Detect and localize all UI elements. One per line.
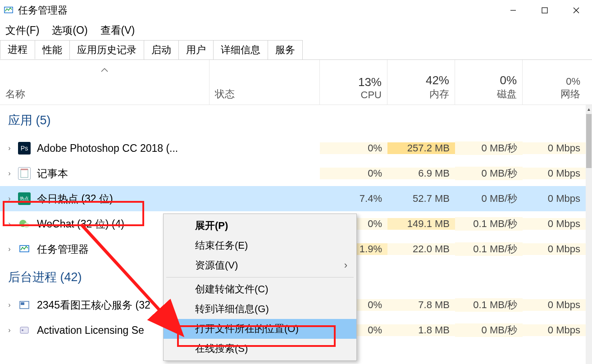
header-name[interactable]: 名称 (0, 60, 209, 105)
svg-rect-5 (21, 169, 28, 177)
task-manager-proc-icon (18, 243, 31, 255)
cpu-cell: 7.4% (320, 193, 387, 205)
table-row[interactable]: › 记事本 0% 6.9 MB 0 MB/秒 0 Mbps (0, 161, 586, 186)
vertical-scrollbar[interactable]: ▲ (586, 105, 592, 364)
cm-resource-values[interactable]: 资源值(V) › (164, 255, 356, 275)
cpu-cell: 0% (320, 142, 387, 154)
tab-startup[interactable]: 启动 (144, 40, 179, 59)
context-menu: 展开(P) 结束任务(E) 资源值(V) › 创建转储文件(C) 转到详细信息(… (163, 214, 357, 361)
cm-label: 在线搜索(S) (195, 342, 248, 355)
disk-cell: 0 MB/秒 (455, 167, 523, 180)
tab-users[interactable]: 用户 (178, 40, 214, 59)
tab-app-history[interactable]: 应用历史记录 (69, 40, 144, 59)
net-cell: 0 Mbps (523, 324, 586, 336)
scroll-up-icon[interactable]: ▲ (586, 105, 592, 113)
cm-label: 创建转储文件(C) (195, 282, 269, 296)
table-row-selected[interactable]: › 热点 今日热点 (32 位) 7.4% 52.7 MB 0 MB/秒 0 M… (0, 186, 586, 211)
header-disk[interactable]: 0% 磁盘 (455, 60, 523, 105)
close-button[interactable] (560, 0, 592, 20)
disk-cell: 0.1 MB/秒 (455, 298, 523, 312)
cm-label: 打开文件所在的位置(O) (195, 322, 299, 336)
expand-icon[interactable]: › (6, 195, 13, 203)
net-cell: 0 Mbps (523, 299, 586, 311)
svg-rect-2 (542, 8, 547, 13)
expand-icon[interactable]: › (6, 220, 13, 228)
submenu-arrow-icon: › (344, 259, 347, 271)
process-name: 记事本 (37, 167, 68, 181)
disk-cell: 0 MB/秒 (455, 323, 523, 337)
header-network[interactable]: 0% 网络 (523, 60, 586, 105)
header-status-label: 状态 (215, 87, 314, 101)
cm-open-file-location[interactable]: 打开文件所在的位置(O) (164, 319, 356, 339)
mem-cell: 149.1 MB (387, 218, 455, 230)
disk-label: 磁盘 (497, 87, 517, 101)
net-cell: 0 Mbps (523, 168, 586, 179)
tab-services[interactable]: 服务 (268, 40, 303, 59)
disk-cell: 0.1 MB/秒 (455, 242, 523, 256)
menu-file[interactable]: 文件(F) (5, 23, 39, 37)
tab-details[interactable]: 详细信息 (213, 40, 268, 59)
cm-label: 转到详细信息(G) (195, 302, 269, 316)
mem-cell: 257.2 MB (387, 142, 455, 154)
licensing-icon (18, 324, 31, 337)
tab-performance[interactable]: 性能 (35, 40, 70, 59)
group-apps[interactable]: 应用 (5) (0, 105, 586, 136)
cm-search-online[interactable]: 在线搜索(S) (164, 339, 356, 359)
cm-expand[interactable]: 展开(P) (164, 216, 356, 236)
header-cpu[interactable]: 13% CPU (320, 60, 387, 105)
expand-icon[interactable]: › (6, 245, 13, 253)
mem-cell: 7.8 MB (387, 299, 455, 311)
tab-processes[interactable]: 进程 (0, 40, 35, 59)
net-cell: 0 Mbps (523, 218, 586, 230)
wechat-icon (18, 218, 31, 230)
menu-view[interactable]: 查看(V) (100, 23, 135, 37)
network-percent: 0% (566, 76, 580, 87)
tabs: 进程 性能 应用历史记录 启动 用户 详细信息 服务 (0, 40, 592, 60)
net-cell: 0 Mbps (523, 142, 586, 154)
svg-rect-12 (20, 327, 28, 333)
svg-point-13 (22, 329, 23, 331)
minimize-button[interactable] (497, 0, 529, 20)
column-headers: 名称 状态 13% CPU 42% 内存 0% 磁盘 0% 网络 (0, 60, 592, 105)
process-name: 2345看图王核心服务 (32 (37, 298, 150, 312)
disk-cell: 0.1 MB/秒 (455, 217, 523, 231)
process-name: Activation Licensing Se (37, 324, 144, 337)
expand-icon[interactable]: › (6, 144, 13, 152)
cm-end-task[interactable]: 结束任务(E) (164, 236, 356, 255)
cm-create-dump[interactable]: 创建转储文件(C) (164, 279, 356, 299)
hotspot-icon: 热点 (18, 192, 31, 205)
mem-cell: 52.7 MB (387, 193, 455, 205)
network-label: 网络 (560, 87, 580, 101)
photoshop-icon: Ps (18, 142, 31, 155)
cpu-cell: 0% (320, 168, 387, 179)
icon-text: 热点 (20, 196, 29, 202)
expand-icon[interactable]: › (6, 326, 13, 334)
scrollbar-thumb[interactable] (586, 114, 592, 168)
table-row[interactable]: › Ps Adobe Photoshop CC 2018 (... 0% 257… (0, 136, 586, 161)
svg-point-8 (24, 223, 29, 228)
svg-rect-11 (21, 302, 24, 305)
menu-options[interactable]: 选项(O) (52, 23, 87, 37)
mem-cell: 6.9 MB (387, 168, 455, 179)
memory-percent: 42% (426, 73, 449, 87)
net-cell: 0 Mbps (523, 243, 586, 255)
disk-cell: 0 MB/秒 (455, 192, 523, 205)
expand-icon[interactable]: › (6, 301, 13, 309)
cm-separator (166, 277, 354, 278)
expand-icon[interactable]: › (6, 169, 13, 177)
icon-text: Ps (21, 145, 28, 152)
header-memory[interactable]: 42% 内存 (387, 60, 455, 105)
mem-cell: 1.8 MB (387, 324, 455, 336)
process-name: Adobe Photoshop CC 2018 (... (37, 142, 178, 155)
sort-indicator-icon (100, 64, 109, 75)
header-status[interactable]: 状态 (209, 60, 320, 105)
process-name: WeChat (32 位) (4) (37, 217, 124, 231)
task-manager-icon (4, 5, 14, 15)
cpu-label: CPU (361, 89, 382, 101)
cm-label: 资源值(V) (195, 259, 238, 272)
cm-go-to-details[interactable]: 转到详细信息(G) (164, 299, 356, 319)
process-name: 任务管理器 (37, 242, 89, 256)
notepad-icon (18, 167, 31, 180)
process-name: 今日热点 (32 位) (37, 192, 113, 206)
maximize-button[interactable] (529, 0, 560, 20)
